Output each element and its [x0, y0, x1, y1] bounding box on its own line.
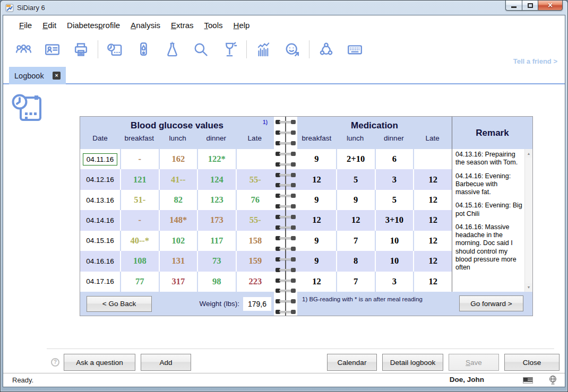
onscreen-keyboard-icon[interactable]	[343, 39, 366, 59]
bg-value-cell[interactable]: 122*	[197, 149, 236, 169]
med-value-cell[interactable]: 5	[375, 190, 414, 210]
bg-value-cell[interactable]: 173	[197, 210, 236, 230]
med-value-cell[interactable]: 12	[413, 231, 452, 251]
weight-input[interactable]: 179,6	[243, 297, 271, 311]
bg-value-cell[interactable]: 40--*	[120, 231, 159, 251]
med-value-cell[interactable]	[413, 149, 452, 169]
menu-edit[interactable]: Edit	[37, 17, 62, 33]
help-icon[interactable]: ?	[51, 358, 59, 367]
maximize-button[interactable]	[522, 0, 538, 11]
remark-scrollbar[interactable]: ▲ ▼	[524, 149, 532, 292]
add-button[interactable]: Add	[141, 354, 191, 371]
close-button[interactable]: Close	[504, 354, 560, 371]
med-value-cell[interactable]: 3+10	[375, 210, 414, 230]
med-value-cell[interactable]: 12	[297, 272, 336, 292]
menu-help[interactable]: Help	[228, 17, 255, 33]
statistics-icon[interactable]	[252, 39, 275, 59]
bg-value-cell[interactable]: -	[120, 149, 159, 169]
logbook-icon[interactable]	[103, 39, 126, 59]
bg-value-cell[interactable]: 148*	[159, 210, 197, 230]
date-cell[interactable]: 04.11.16	[80, 149, 120, 169]
bg-value-cell[interactable]: 121	[120, 169, 159, 189]
med-value-cell[interactable]: 2+10	[336, 149, 375, 169]
patient-data-icon[interactable]	[40, 39, 64, 59]
glucose-meter-icon[interactable]	[132, 39, 155, 59]
bg-value-cell[interactable]: 117	[197, 231, 236, 251]
med-value-cell[interactable]: 12	[297, 210, 336, 230]
med-value-cell[interactable]: 10	[375, 231, 414, 251]
bg-value-cell[interactable]: 55-	[236, 169, 274, 189]
bg-value-cell[interactable]: 77	[120, 272, 159, 292]
bg-value-cell[interactable]: 98	[197, 272, 236, 292]
nutrition-icon[interactable]	[218, 39, 241, 59]
date-cell[interactable]: 04.13.16	[80, 190, 120, 210]
scroll-up-icon[interactable]: ▲	[525, 150, 532, 158]
med-value-cell[interactable]: 12	[413, 169, 452, 189]
menu-diabetesprofile[interactable]: Diabetesprofile	[62, 17, 125, 33]
date-cell[interactable]: 04.15.16	[80, 231, 120, 251]
globe-icon[interactable]	[548, 375, 558, 385]
menu-analysis[interactable]: Analysis	[125, 17, 166, 33]
sync-icon[interactable]	[314, 39, 338, 59]
date-cell[interactable]: 04.17.16	[80, 272, 120, 292]
bg-value-cell[interactable]: 102	[159, 231, 197, 251]
bg-value-cell[interactable]: 131	[159, 251, 197, 271]
remark-panel[interactable]: 04.13.16: Prepairing the season with Tom…	[452, 149, 532, 292]
print-icon[interactable]	[69, 39, 92, 59]
date-cell[interactable]: 04.16.16	[80, 251, 120, 271]
med-value-cell[interactable]: 7	[336, 272, 375, 292]
export-wizard-icon[interactable]	[280, 39, 304, 59]
med-value-cell[interactable]: 9	[297, 190, 336, 210]
med-value-cell[interactable]: 10	[375, 251, 414, 271]
med-value-cell[interactable]: 9	[336, 190, 375, 210]
bg-value-cell[interactable]: -	[120, 210, 159, 230]
tell-a-friend-link[interactable]: Tell a friend >	[513, 57, 557, 65]
date-cell[interactable]: 04.14.16	[80, 210, 120, 230]
save-button[interactable]: Save	[449, 354, 499, 371]
med-value-cell[interactable]: 9	[297, 251, 336, 271]
bg-value-cell[interactable]: 51-	[120, 190, 159, 210]
go-forward-button[interactable]: Go forward >	[459, 295, 523, 311]
med-value-cell[interactable]: 7	[336, 231, 375, 251]
search-icon[interactable]	[189, 39, 212, 59]
bg-value-cell[interactable]: 41--	[159, 169, 197, 189]
patients-icon[interactable]	[12, 39, 35, 59]
med-value-cell[interactable]: 5	[336, 169, 375, 189]
tab-close-icon[interactable]: ✕	[53, 72, 61, 80]
med-value-cell[interactable]: 9	[297, 231, 336, 251]
med-value-cell[interactable]: 12	[413, 190, 452, 210]
med-value-cell[interactable]: 3	[375, 169, 414, 189]
go-back-button[interactable]: < Go Back	[87, 296, 152, 312]
bg-value-cell[interactable]: 76	[236, 190, 274, 210]
date-cell[interactable]: 04.12.16	[80, 169, 120, 189]
med-value-cell[interactable]: 12	[413, 251, 452, 271]
bg-value-cell[interactable]: 82	[159, 190, 197, 210]
menu-tools[interactable]: Tools	[199, 17, 228, 33]
language-flag-icon[interactable]	[523, 377, 533, 384]
med-value-cell[interactable]: 12	[336, 210, 375, 230]
bg-value-cell[interactable]: 123	[197, 190, 236, 210]
menu-extras[interactable]: Extras	[166, 17, 199, 33]
scroll-down-icon[interactable]: ▼	[525, 283, 532, 291]
med-value-cell[interactable]: 9	[297, 149, 336, 169]
lab-results-icon[interactable]	[160, 39, 184, 59]
menu-file[interactable]: File	[14, 17, 37, 33]
bg-value-cell[interactable]: 124	[197, 169, 236, 189]
med-value-cell[interactable]: 6	[375, 149, 414, 169]
ask-a-question-button[interactable]: Ask a question	[64, 354, 135, 371]
med-value-cell[interactable]: 12	[413, 272, 452, 292]
med-value-cell[interactable]: 8	[336, 251, 375, 271]
minimize-button[interactable]	[505, 0, 522, 11]
bg-value-cell[interactable]: 158	[236, 231, 274, 251]
bg-value-cell[interactable]: 108	[120, 251, 159, 271]
calendar-button[interactable]: Calendar	[327, 354, 377, 371]
detail-logbook-button[interactable]: Detail logbook	[382, 354, 443, 371]
bg-value-cell[interactable]: 159	[236, 251, 274, 271]
med-value-cell[interactable]: 12	[413, 210, 452, 230]
tab-logbook[interactable]: Logbook ✕	[9, 67, 66, 84]
bg-value-cell[interactable]: 317	[159, 272, 197, 292]
remark-body[interactable]: 04.13.16: Prepairing the season with Tom…	[452, 149, 524, 292]
close-window-button[interactable]: ✕	[538, 0, 563, 11]
bg-value-cell[interactable]: 55-	[236, 210, 274, 230]
bg-value-cell[interactable]: 223	[236, 272, 274, 292]
